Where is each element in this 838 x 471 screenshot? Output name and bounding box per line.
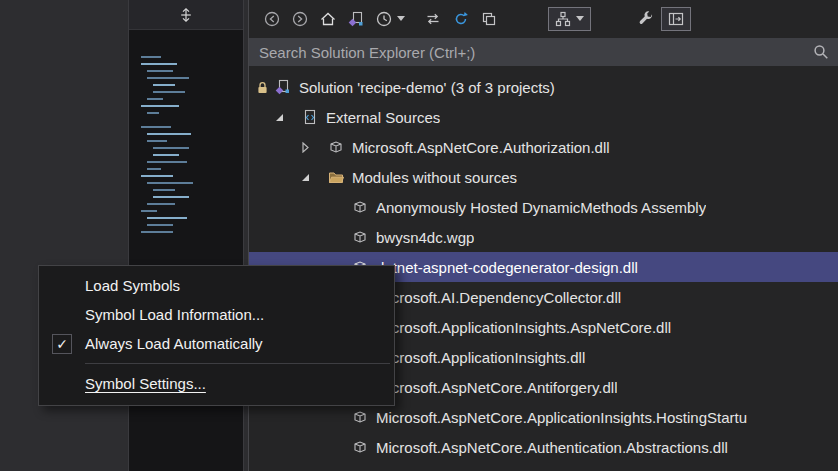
expander-expanded-icon[interactable] [267,111,301,123]
menu-separator [85,363,390,364]
menu-item-always-load-automatically[interactable]: ✓ Always Load Automatically [39,329,394,358]
tree-item-dll[interactable]: Anonymously Hosted DynamicMethods Assemb… [249,192,838,222]
menu-item-load-symbols[interactable]: Load Symbols [39,271,394,300]
refresh-button[interactable] [452,10,470,28]
preview-selected-items-button[interactable] [661,7,691,31]
context-menu: Load Symbols Symbol Load Information... … [38,265,395,406]
refresh-icon [452,10,470,28]
tree-item-label: Microsoft.AspNetCore.Authorization.dll [352,139,610,156]
tree-item-label: Microsoft.AspNetCore.ApplicationInsights… [376,409,747,426]
navigate-forward-button[interactable] [291,10,309,28]
switch-views-button[interactable] [347,10,365,28]
pending-changes-filter-button[interactable] [375,10,406,28]
solution-icon [274,78,292,96]
dll-icon [351,408,369,426]
tree-item-dll[interactable]: Microsoft.AspNetCore.Authentication.Abst… [249,432,838,462]
menu-item-symbol-settings[interactable]: Symbol Settings... [39,369,394,398]
tree-item-label: Modules without sources [352,169,517,186]
dll-icon [351,198,369,216]
tree-item-external-sources[interactable]: External Sources [249,102,838,132]
tree-item-label: Anonymously Hosted DynamicMethods Assemb… [376,199,706,216]
menu-item-label: Always Load Automatically [85,335,263,352]
tree-item-dll[interactable]: bwysn4dc.wgp [249,222,838,252]
collapse-all-button[interactable] [480,10,498,28]
navigate-back-icon [263,10,281,28]
tree-item-dll[interactable]: Microsoft.AspNetCore.ApplicationInsights… [249,402,838,432]
tree-item-dll-partial[interactable] [249,462,838,471]
chevron-down-icon [397,16,406,22]
navigate-forward-icon [291,10,309,28]
lock-icon [255,80,270,95]
tree-item-label: Microsoft.AspNetCore.Authentication.Abst… [376,439,728,456]
home-button[interactable] [319,10,337,28]
tree-item-label: Microsoft.AI.DependencyCollector.dll [376,289,621,306]
tree-item-solution[interactable]: Solution 'recipe-demo' (3 of 3 projects) [249,72,838,102]
sync-with-active-document-button[interactable] [424,10,442,28]
show-all-files-button[interactable] [548,7,591,31]
expander-collapsed-icon[interactable] [293,141,327,153]
search-input[interactable] [249,44,813,61]
pending-changes-filter-icon [375,10,393,28]
search-box [249,38,838,66]
collapse-all-icon [480,10,498,28]
tree-item-dll[interactable]: Microsoft.AspNetCore.Authorization.dll [249,132,838,162]
expander-expanded-icon[interactable] [293,171,327,183]
home-icon [319,10,337,28]
solution-explorer-toolbar [249,0,838,38]
vs-window: Solution 'recipe-demo' (3 of 3 projects)… [0,0,838,471]
tree-item-label: dotnet-aspnet-codegenerator-design.dll [376,259,638,276]
external-sources-icon [301,108,319,126]
minimap-header [129,0,243,30]
tree-item-label: Microsoft.ApplicationInsights.AspNetCore… [376,319,671,336]
folder-open-icon [327,168,345,186]
dll-icon [351,438,369,456]
properties-button[interactable] [637,10,655,28]
search-icon[interactable] [813,44,829,60]
chevron-down-icon [576,16,585,22]
sync-with-active-document-icon [424,10,442,28]
preview-selected-items-icon [667,10,685,28]
menu-item-label: Load Symbols [85,277,180,294]
tree-item-label: Microsoft.AspNetCore.Antiforgery.dll [376,379,617,396]
tree-item-label: bwysn4dc.wgp [376,229,474,246]
menu-item-symbol-load-information[interactable]: Symbol Load Information... [39,300,394,329]
show-all-files-icon [554,10,572,28]
wrench-icon [637,10,655,28]
tree-item-label: Microsoft.ApplicationInsights.dll [376,349,585,366]
checkmark-icon: ✓ [52,334,72,354]
dll-icon [351,228,369,246]
tree-item-label: Solution 'recipe-demo' (3 of 3 projects) [299,79,555,96]
switch-views-icon [347,10,365,28]
map-mode-icon[interactable] [178,7,194,23]
menu-item-label: Symbol Load Information... [85,306,264,323]
tree-item-modules-folder[interactable]: Modules without sources [249,162,838,192]
navigate-back-button[interactable] [263,10,281,28]
menu-item-label: Symbol Settings... [85,375,206,392]
tree-item-label: External Sources [326,109,440,126]
dll-icon [327,138,345,156]
